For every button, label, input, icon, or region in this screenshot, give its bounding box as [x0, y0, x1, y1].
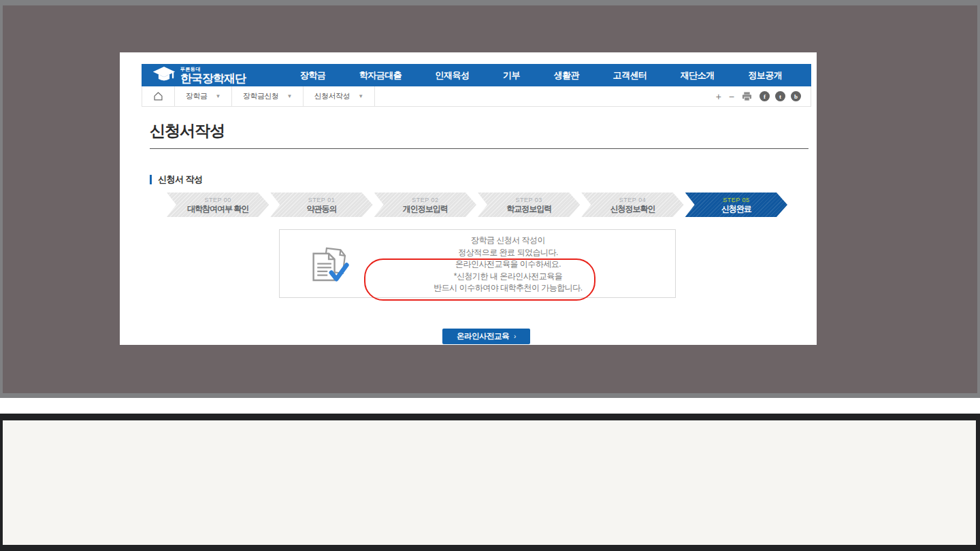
home-button[interactable]	[142, 86, 175, 106]
presentation-bottom-panel	[0, 414, 980, 551]
nav-item[interactable]: 기부	[503, 69, 520, 82]
step-item: STEP 03 학교정보입력	[478, 193, 580, 217]
facebook-icon[interactable]: f	[760, 91, 770, 101]
step-number: STEP 01	[308, 197, 335, 203]
logo-title: 한국장학재단	[180, 73, 246, 84]
nav-item[interactable]: 재단소개	[681, 69, 715, 82]
step-label: 대학참여여부 확인	[187, 204, 248, 214]
completion-message-box: 장학금 신청서 작성이 정상적으로 완료 되었습니다. 온라인사전교육을 이수하…	[279, 229, 676, 298]
step-item: STEP 01 약관동의	[270, 193, 372, 217]
chevron-down-icon: ▼	[287, 93, 291, 99]
home-icon	[153, 91, 163, 101]
step-label: 신청완료	[721, 204, 751, 214]
font-zoom-out-button[interactable]: −	[729, 92, 734, 101]
breadcrumb-item[interactable]: 신청서작성 ▼	[304, 86, 375, 106]
breadcrumb-item[interactable]: 장학금신청 ▼	[232, 86, 304, 106]
kosaf-logo[interactable]: 푸른등대 한국장학재단	[142, 66, 246, 84]
step-label: 약관동의	[306, 204, 336, 214]
step-item: STEP 04 신청정보확인	[581, 193, 683, 217]
notes-area	[3, 420, 976, 545]
top-navbar: 푸른등대 한국장학재단 장학금 학자금대출 인재육성 기부 생활관 고객센터	[142, 64, 811, 86]
title-divider	[150, 148, 808, 149]
social-icons: f t b	[760, 91, 801, 101]
logo-text: 푸른등대 한국장학재단	[180, 67, 246, 84]
message-line: 반드시 이수하여야 대학추천이 가능합니다.	[361, 282, 655, 295]
message-line: *신청기한 내 온라인사전교육을	[361, 271, 655, 283]
print-button[interactable]	[742, 92, 752, 101]
printer-icon	[742, 92, 752, 101]
chevron-down-icon: ▼	[358, 93, 363, 99]
slide-gap	[0, 398, 980, 414]
section-title: 신청서 작성	[150, 175, 203, 184]
nav-item[interactable]: 정보공개	[748, 69, 782, 82]
step-number: STEP 00	[204, 197, 231, 203]
step-number: STEP 04	[619, 197, 646, 203]
step-label: 학교정보입력	[506, 204, 551, 214]
step-number: STEP 02	[412, 197, 438, 203]
font-zoom-in-button[interactable]: +	[716, 92, 721, 101]
logo-tagline: 푸른등대	[180, 67, 246, 71]
document-check-icon	[310, 247, 350, 284]
step-item: STEP 02 개인정보입력	[374, 193, 476, 217]
step-number: STEP 05	[723, 197, 749, 203]
online-pre-education-button[interactable]: 온라인사전교육 ›	[442, 329, 530, 344]
chevron-down-icon: ▼	[216, 93, 220, 99]
page-tools: + − f t b	[716, 86, 811, 106]
completion-message: 장학금 신청서 작성이 정상적으로 완료 되었습니다. 온라인사전교육을 이수하…	[361, 235, 655, 295]
chevron-right-icon: ›	[514, 333, 516, 340]
nav-item[interactable]: 고객센터	[612, 69, 647, 82]
nav-item[interactable]: 인재육성	[436, 69, 470, 82]
graduation-cap-icon	[151, 66, 177, 84]
message-line: 장학금 신청서 작성이	[361, 235, 655, 247]
page-title: 신청서작성	[150, 120, 225, 141]
blog-icon[interactable]: b	[791, 91, 801, 101]
step-progress: STEP 00 대학참여여부 확인 STEP 01 약관동의 STEP 02 개…	[167, 193, 787, 217]
step-label: 신청정보확인	[610, 204, 655, 214]
step-number: STEP 03	[515, 197, 542, 203]
nav-item[interactable]: 장학금	[300, 69, 326, 82]
twitter-icon[interactable]: t	[775, 91, 785, 101]
kosaf-page-screenshot: 푸른등대 한국장학재단 장학금 학자금대출 인재육성 기부 생활관 고객센터	[120, 52, 817, 345]
step-item: STEP 05 신청완료	[685, 193, 787, 217]
message-line: 온라인사전교육을 이수하세요.	[361, 258, 655, 271]
nav-item[interactable]: 생활관	[553, 69, 579, 82]
nav-item[interactable]: 학자금대출	[359, 69, 402, 82]
breadcrumb-bar: 장학금 ▼ 장학금신청 ▼ 신청서작성 ▼ + −	[142, 86, 811, 107]
breadcrumb-item[interactable]: 장학금 ▼	[175, 86, 232, 106]
main-nav-menu: 장학금 학자금대출 인재육성 기부 생활관 고객센터 재단소개 정보공개	[283, 69, 811, 82]
message-line: 정상적으로 완료 되었습니다.	[361, 247, 655, 259]
breadcrumb: 장학금 ▼ 장학금신청 ▼ 신청서작성 ▼	[175, 86, 375, 106]
step-label: 개인정보입력	[403, 204, 448, 214]
step-item: STEP 00 대학참여여부 확인	[167, 193, 269, 217]
presentation-top-panel: 푸른등대 한국장학재단 장학금 학자금대출 인재육성 기부 생활관 고객센터	[3, 5, 977, 393]
